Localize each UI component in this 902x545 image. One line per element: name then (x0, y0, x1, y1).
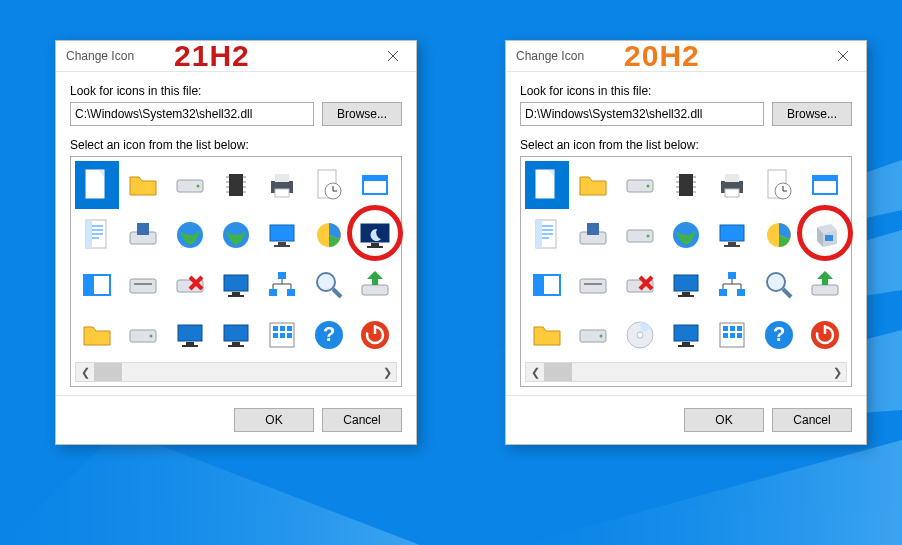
icon-item-globe[interactable] (214, 211, 258, 259)
icon-item-box-3d[interactable] (803, 211, 847, 259)
close-icon (837, 50, 849, 62)
icon-item-folder[interactable] (571, 161, 615, 209)
icon-item-network-tree[interactable] (260, 261, 304, 309)
icon-item-power-button[interactable] (803, 311, 847, 359)
icon-item-help-circle[interactable]: ? (306, 311, 350, 359)
svg-rect-113 (536, 220, 542, 248)
scroll-thumb[interactable] (94, 363, 122, 381)
scroll-left-arrow[interactable]: ❮ (76, 366, 94, 379)
icon-item-globe[interactable] (664, 211, 708, 259)
svg-rect-135 (682, 292, 690, 295)
icon-item-clock-doc[interactable] (756, 161, 800, 209)
ok-button[interactable]: OK (234, 408, 314, 432)
icon-item-floppy-drive[interactable] (571, 211, 615, 259)
icon-path-input[interactable] (520, 102, 764, 126)
horizontal-scrollbar[interactable]: ❮ ❯ (525, 362, 847, 382)
icon-item-window-frame[interactable] (353, 161, 397, 209)
ok-button[interactable]: OK (684, 408, 764, 432)
icon-item-globe[interactable] (168, 211, 212, 259)
icon-item-pie-chart[interactable] (756, 211, 800, 259)
icon-item-drive-hdd[interactable] (618, 211, 662, 259)
svg-point-89 (646, 185, 649, 188)
svg-rect-41 (278, 242, 286, 245)
icon-item-network-tree[interactable] (710, 261, 754, 309)
svg-point-145 (600, 335, 603, 338)
icon-item-chip[interactable] (664, 161, 708, 209)
svg-line-141 (783, 289, 791, 297)
cancel-button[interactable]: Cancel (772, 408, 852, 432)
icon-item-monitor-panel[interactable] (260, 211, 304, 259)
icon-item-printer[interactable] (260, 161, 304, 209)
scroll-left-arrow[interactable]: ❮ (526, 366, 544, 379)
icon-item-disc[interactable] (618, 311, 662, 359)
icon-item-magnifier[interactable] (756, 261, 800, 309)
icon-item-drive-arrow[interactable] (803, 261, 847, 309)
icon-list: ? ❮ ❯ (70, 156, 402, 387)
icon-item-chip[interactable] (214, 161, 258, 209)
icon-item-monitor[interactable] (214, 311, 258, 359)
icon-item-clock-doc[interactable] (306, 161, 350, 209)
icon-item-monitor-panel[interactable] (710, 211, 754, 259)
svg-rect-46 (367, 246, 383, 248)
svg-rect-8 (86, 170, 104, 198)
svg-rect-137 (728, 272, 736, 279)
icon-item-folder[interactable] (121, 161, 165, 209)
scroll-right-arrow[interactable]: ❯ (828, 366, 846, 379)
icon-item-window-frame[interactable] (803, 161, 847, 209)
svg-point-65 (150, 335, 153, 338)
svg-rect-59 (287, 289, 295, 296)
icon-item-drive-hdd[interactable] (618, 161, 662, 209)
select-icon-label: Select an icon from the list below: (70, 138, 402, 152)
svg-rect-128 (534, 275, 544, 295)
icon-item-monitor[interactable] (214, 261, 258, 309)
icon-item-monitor[interactable] (664, 261, 708, 309)
icon-item-power-button[interactable] (353, 311, 397, 359)
icon-item-floppy-drive[interactable] (121, 211, 165, 259)
icon-item-monitor-night[interactable] (353, 211, 397, 259)
scroll-thumb[interactable] (544, 363, 572, 381)
cancel-button[interactable]: Cancel (322, 408, 402, 432)
icon-item-drive-hdd[interactable] (571, 311, 615, 359)
close-button[interactable] (370, 41, 416, 71)
icon-path-input[interactable] (70, 102, 314, 126)
icon-item-grid-panel[interactable] (710, 311, 754, 359)
icon-item-drive-arrow[interactable] (353, 261, 397, 309)
scroll-right-arrow[interactable]: ❯ (378, 366, 396, 379)
browse-button[interactable]: Browse... (772, 102, 852, 126)
icon-item-blank-document[interactable] (75, 161, 119, 209)
svg-rect-45 (371, 243, 379, 246)
svg-rect-107 (813, 176, 837, 181)
icon-item-blank-document[interactable] (525, 161, 569, 209)
icon-item-drive-x[interactable] (168, 261, 212, 309)
icon-item-text-document[interactable] (75, 211, 119, 259)
svg-text:?: ? (772, 323, 784, 345)
svg-rect-100 (725, 174, 739, 182)
svg-rect-57 (278, 272, 286, 279)
icon-item-monitor[interactable] (664, 311, 708, 359)
icon-item-help-circle[interactable]: ? (756, 311, 800, 359)
icon-item-grid-panel[interactable] (260, 311, 304, 359)
horizontal-scrollbar[interactable]: ❮ ❯ (75, 362, 397, 382)
icon-item-drive-x[interactable] (618, 261, 662, 309)
icon-item-pie-chart[interactable] (306, 211, 350, 259)
icon-item-panel-layout[interactable] (75, 261, 119, 309)
browse-button[interactable]: Browse... (322, 102, 402, 126)
icon-item-text-document[interactable] (525, 211, 569, 259)
icon-item-drive-hdd[interactable] (168, 161, 212, 209)
icon-item-folder[interactable] (525, 311, 569, 359)
dialog-title: Change Icon (516, 49, 584, 63)
icon-item-panel-layout[interactable] (525, 261, 569, 309)
icon-item-drive-slot[interactable] (571, 261, 615, 309)
icon-item-magnifier[interactable] (306, 261, 350, 309)
version-tag: 21H2 (174, 41, 250, 71)
icon-item-monitor[interactable] (168, 311, 212, 359)
icon-item-drive-hdd[interactable] (121, 311, 165, 359)
svg-rect-75 (287, 326, 292, 331)
close-button[interactable] (820, 41, 866, 71)
icon-item-drive-slot[interactable] (121, 261, 165, 309)
svg-rect-48 (84, 275, 94, 295)
icon-item-folder[interactable] (75, 311, 119, 359)
icon-item-printer[interactable] (710, 161, 754, 209)
svg-rect-68 (182, 345, 198, 347)
titlebar: Change Icon 20H2 (506, 41, 866, 72)
